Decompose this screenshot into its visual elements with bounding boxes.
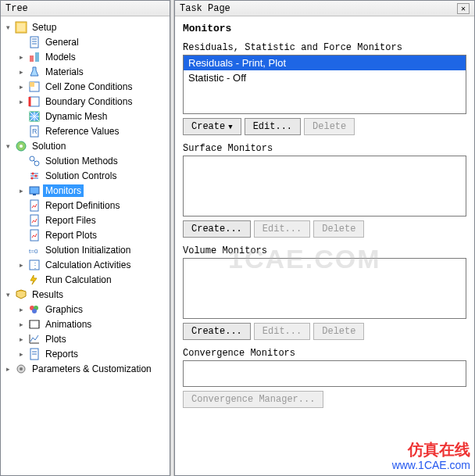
svg-rect-9: [30, 82, 34, 87]
expand-icon[interactable]: ▸: [17, 82, 26, 91]
svg-point-20: [35, 174, 38, 177]
task-panel: Task Page ✕ Monitors Residuals, Statisti…: [174, 0, 475, 476]
edit-button[interactable]: Edit...: [245, 118, 301, 135]
tree-node-monitors[interactable]: ▸ Monitors: [17, 183, 170, 198]
create-button[interactable]: Create...: [183, 323, 251, 340]
list-item[interactable]: Residuals - Print, Plot: [184, 55, 466, 70]
tree-node-plots[interactable]: ▸ Plots: [17, 331, 170, 346]
chevron-down-icon: ▼: [228, 123, 232, 131]
tree-node-reports[interactable]: ▸ Reports: [17, 346, 170, 361]
edit-button: Edit...: [254, 220, 310, 238]
svg-rect-33: [30, 320, 39, 328]
graphics-icon: [28, 303, 41, 316]
tree-label: Setup: [30, 21, 59, 34]
tree-node-controls[interactable]: Solution Controls: [17, 168, 170, 183]
expand-icon[interactable]: ▸: [17, 52, 26, 61]
tree-node-setup[interactable]: ▾ Setup: [4, 20, 170, 34]
tree-node-dynamic-mesh[interactable]: Dynamic Mesh: [17, 109, 170, 123]
tree-label: Cell Zone Conditions: [43, 81, 134, 93]
delete-button: Delete: [304, 118, 355, 135]
tree-label: Plots: [43, 333, 69, 345]
residuals-section-label: Residuals, Statistic and Force Monitors: [183, 42, 466, 53]
svg-rect-24: [30, 200, 38, 211]
tree-node-init[interactable]: t=0 Solution Initialization: [17, 242, 170, 257]
flask-icon: [28, 66, 41, 78]
tree-label: Report Definitions: [43, 199, 122, 212]
solution-icon: [15, 140, 27, 152]
methods-icon: [28, 155, 41, 167]
tree-node-report-defs[interactable]: Report Definitions: [17, 198, 170, 213]
surface-listbox[interactable]: [183, 156, 466, 217]
report-icon: [28, 199, 41, 212]
tree-node-general[interactable]: General: [17, 34, 170, 49]
expand-icon[interactable]: ▸: [17, 320, 26, 328]
expand-icon[interactable]: ▸: [17, 349, 26, 358]
surface-section-label: Surface Monitors: [183, 143, 466, 154]
svg-point-32: [32, 309, 37, 313]
expand-icon[interactable]: ▸: [17, 335, 26, 343]
delete-button: Delete: [313, 323, 364, 340]
list-item[interactable]: Statistic - Off: [184, 70, 466, 85]
tree-label: Parameters & Customization: [30, 363, 154, 375]
tree-label: Solution Controls: [43, 170, 119, 182]
delete-button: Delete: [313, 220, 364, 238]
expand-icon[interactable]: ▸: [17, 186, 26, 195]
tree-label: Boundary Conditions: [43, 95, 134, 108]
svg-point-21: [31, 177, 34, 179]
tree-node-models[interactable]: ▸ Models: [17, 49, 170, 64]
task-panel-title: Task Page: [180, 3, 230, 14]
collapse-icon[interactable]: ▾: [4, 141, 12, 150]
residuals-listbox[interactable]: Residuals - Print, Plot Statistic - Off: [183, 55, 466, 114]
expand-icon[interactable]: ▸: [17, 97, 26, 106]
tree-node-cell-zone[interactable]: ▸ Cell Zone Conditions: [17, 79, 170, 94]
tree-node-reference[interactable]: R Reference Values: [17, 123, 170, 138]
tree-node-boundary[interactable]: ▸ Boundary Conditions: [17, 94, 170, 109]
tree-label: General: [43, 36, 81, 48]
setup-icon: [15, 21, 27, 34]
tree-node-materials[interactable]: ▸ Materials: [17, 64, 170, 79]
expand-icon[interactable]: ▸: [17, 260, 26, 269]
tree-body[interactable]: ▾ Setup General ▸ Models: [1, 16, 170, 475]
collapse-icon[interactable]: ▾: [4, 290, 12, 299]
tree-node-run[interactable]: Run Calculation: [17, 272, 170, 287]
tree-label: Solution: [30, 140, 68, 152]
page-icon: [28, 36, 41, 48]
task-panel-title-bar: Task Page ✕: [175, 1, 474, 16]
mesh-icon: [28, 110, 41, 123]
expand-icon[interactable]: ▸: [4, 364, 12, 373]
plot-icon: [28, 333, 41, 345]
page-title: Monitors: [183, 23, 466, 34]
tree-node-report-files[interactable]: Report Files: [17, 213, 170, 227]
convergence-listbox[interactable]: [183, 360, 466, 387]
tree-node-params[interactable]: ▸ Parameters & Customization: [4, 361, 170, 376]
collapse-icon[interactable]: ▾: [4, 23, 12, 31]
expand-icon[interactable]: ▸: [17, 305, 26, 313]
tree-label: Monitors: [43, 184, 84, 197]
tree-node-results[interactable]: ▾ Results: [4, 287, 170, 302]
close-icon[interactable]: ✕: [457, 3, 470, 14]
tree-label: Run Calculation: [43, 274, 114, 286]
tree-node-graphics[interactable]: ▸ Graphics: [17, 302, 170, 317]
tree-node-methods[interactable]: Solution Methods: [17, 153, 170, 168]
params-icon: [15, 363, 27, 375]
tree-node-calc-act[interactable]: ▸ ⋮⋮ Calculation Activities: [17, 257, 170, 272]
create-button[interactable]: Create...: [183, 220, 251, 238]
controls-icon: [28, 170, 41, 182]
tree-panel-title: Tree: [5, 3, 28, 14]
tree-label: Graphics: [43, 303, 85, 316]
create-dropdown-button[interactable]: Create▼: [183, 118, 241, 135]
svg-text:t=0: t=0: [29, 248, 38, 255]
tree-label: Solution Methods: [43, 155, 120, 167]
tree-label: Solution Initialization: [43, 244, 133, 256]
tree-node-report-plots[interactable]: Report Plots: [17, 227, 170, 242]
models-icon: [28, 51, 41, 63]
svg-rect-6: [30, 55, 34, 62]
tree-label: Models: [43, 51, 78, 63]
expand-icon[interactable]: ▸: [17, 67, 26, 76]
svg-rect-10: [30, 97, 39, 106]
volume-section-label: Volume Monitors: [183, 245, 466, 256]
tree-node-solution[interactable]: ▾ Solution: [4, 138, 170, 153]
task-body: Monitors Residuals, Statistic and Force …: [175, 16, 474, 475]
tree-node-animations[interactable]: ▸ Animations: [17, 317, 170, 331]
volume-listbox[interactable]: [183, 258, 466, 319]
